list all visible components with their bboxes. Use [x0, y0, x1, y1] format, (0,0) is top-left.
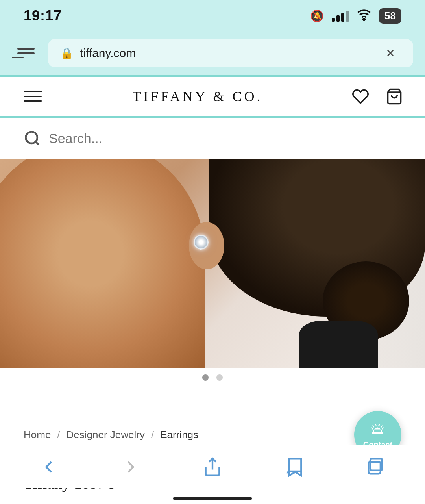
carousel-dots [0, 368, 425, 387]
tabs-button[interactable] [353, 451, 400, 483]
nav-hamburger-button[interactable] [20, 87, 46, 106]
breadcrumb-category-link[interactable]: Designer Jewelry [67, 429, 145, 441]
url-text: tiffany.com [80, 46, 373, 60]
carousel-dot-1[interactable] [202, 374, 209, 381]
browser-menu-button[interactable] [12, 39, 40, 67]
search-section [0, 118, 425, 159]
svg-line-3 [36, 142, 39, 145]
breadcrumb-separator-2: / [151, 429, 154, 441]
share-button[interactable] [189, 451, 236, 483]
browser-close-button[interactable]: × [379, 42, 401, 64]
mute-icon: 🔕 [310, 9, 324, 22]
search-icon [24, 130, 41, 147]
status-time: 19:17 [24, 7, 62, 24]
breadcrumb-home-link[interactable]: Home [24, 429, 51, 441]
home-indicator [173, 497, 252, 500]
product-earring [194, 235, 209, 250]
carousel-dot-2[interactable] [216, 374, 223, 381]
status-icons: 🔕 58 [310, 7, 401, 24]
breadcrumb: Home / Designer Jewelry / Earrings [24, 429, 198, 441]
browser-url-bar[interactable]: 🔒 tiffany.com × [48, 39, 413, 67]
back-button[interactable] [25, 451, 72, 483]
shopping-bag-button[interactable] [383, 85, 405, 107]
nav-actions [349, 85, 405, 107]
breadcrumb-current: Earrings [160, 429, 198, 441]
search-input[interactable] [49, 131, 401, 146]
battery-indicator: 58 [379, 8, 401, 24]
contact-bell-icon: 🛎 [370, 420, 386, 438]
lock-icon: 🔒 [60, 47, 74, 60]
site-navigation: TIFFANY & CO. [0, 77, 425, 116]
svg-point-0 [363, 18, 365, 20]
signal-bars-icon [332, 10, 349, 22]
bookmarks-button[interactable] [271, 451, 318, 483]
wifi-icon [357, 7, 371, 24]
section-spacer [0, 387, 425, 403]
browser-bottom-bar [0, 445, 425, 488]
breadcrumb-separator-1: / [57, 429, 60, 441]
product-image [0, 159, 425, 368]
site-logo: TIFFANY & CO. [132, 88, 262, 105]
wishlist-button[interactable] [349, 85, 371, 107]
forward-button[interactable] [107, 451, 154, 483]
status-bar: 19:17 🔕 58 [0, 0, 425, 32]
svg-point-2 [26, 132, 37, 143]
browser-bar: 🔒 tiffany.com × [0, 32, 425, 75]
